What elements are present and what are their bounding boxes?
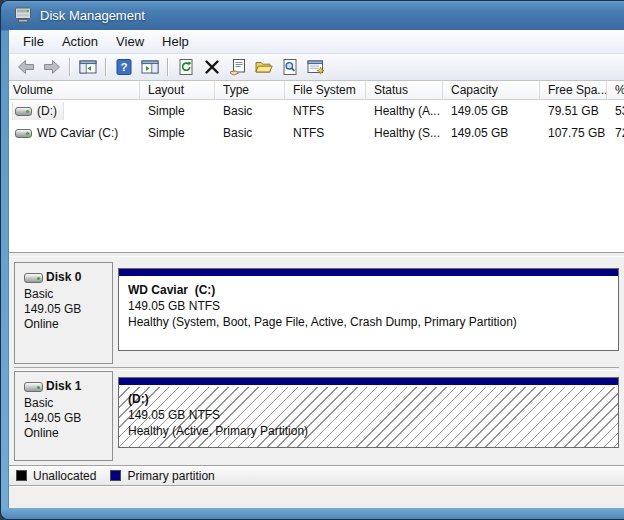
primary-partition-swatch (110, 470, 121, 481)
forward-icon[interactable] (39, 56, 64, 79)
app-icon (13, 7, 33, 24)
disk-0-graph: WD Caviar (C:) 149.05 GB NTFS Healthy (S… (118, 262, 619, 364)
toolbar: ? (9, 54, 624, 81)
pct-free-cell: 72 % (607, 126, 624, 140)
column-header-type[interactable]: Type (215, 81, 285, 100)
free-space-cell: 107.75 GB (540, 126, 607, 140)
toolbar-separator (105, 58, 106, 76)
column-header-free-space[interactable]: Free Spa... (540, 81, 607, 100)
graphical-view: Disk 0 Basic 149.05 GB Online WD Caviar … (9, 257, 624, 465)
column-header-capacity[interactable]: Capacity (443, 81, 540, 100)
status-cell: Healthy (S... (366, 126, 443, 140)
delete-icon[interactable] (199, 56, 224, 79)
legend-item-primary-partition: Primary partition (110, 469, 214, 483)
menu-action[interactable]: Action (53, 31, 107, 52)
file-system-cell: NTFS (285, 126, 366, 140)
volume-cell: (D:) (13, 102, 63, 120)
column-header-pct-free[interactable]: % Free (607, 81, 624, 100)
table-row[interactable]: WD Caviar (C:) Simple Basic NTFS Healthy… (9, 122, 624, 144)
disk-row-divider (14, 364, 619, 371)
disk-name: Disk 0 (46, 270, 81, 285)
volume-list-header: Volume Layout Type File System Status Ca… (9, 81, 624, 100)
volume-name: (D:) (37, 104, 57, 118)
show-console-tree-icon[interactable] (75, 56, 100, 79)
partition-block-c[interactable]: WD Caviar (C:) 149.05 GB NTFS Healthy (S… (118, 268, 619, 351)
help-icon[interactable]: ? (111, 56, 136, 79)
volume-list: Volume Layout Type File System Status Ca… (9, 81, 624, 252)
toolbar-separator (69, 58, 70, 76)
open-folder-icon[interactable] (251, 56, 276, 79)
type-cell: Basic (215, 104, 285, 118)
show-action-pane-icon[interactable] (137, 56, 162, 79)
svg-text:?: ? (120, 61, 127, 73)
menu-view[interactable]: View (107, 31, 153, 52)
title-bar[interactable]: Disk Management (0, 0, 624, 30)
disk-0-label-panel[interactable]: Disk 0 Basic 149.05 GB Online (14, 262, 113, 364)
refresh-icon[interactable] (173, 56, 198, 79)
menu-bar: File Action View Help (9, 30, 624, 54)
disk-icon (24, 382, 43, 392)
column-header-volume[interactable]: Volume (9, 81, 140, 100)
disk-1-row: Disk 1 Basic 149.05 GB Online (D:) 149.0… (14, 371, 619, 461)
volume-icon (15, 129, 32, 138)
volume-name: WD Caviar (C:) (37, 126, 118, 140)
console-options-icon[interactable] (303, 56, 328, 79)
column-header-layout[interactable]: Layout (140, 81, 215, 100)
disk-name: Disk 1 (46, 379, 81, 394)
disk-size: 149.05 GB (24, 411, 108, 426)
disk-status: Online (24, 426, 108, 441)
partition-health: Healthy (Active, Primary Partition) (128, 423, 618, 439)
partition-label: WD Caviar (C:) (128, 282, 618, 298)
column-header-status[interactable]: Status (366, 81, 443, 100)
free-space-cell: 79.51 GB (540, 104, 607, 118)
legend-label: Unallocated (33, 469, 96, 483)
legend-item-unallocated: Unallocated (16, 469, 96, 483)
type-cell: Basic (215, 126, 285, 140)
window-title: Disk Management (40, 8, 145, 23)
disk-0-row: Disk 0 Basic 149.05 GB Online WD Caviar … (14, 262, 619, 364)
legend-bar: Unallocated Primary partition (9, 465, 624, 485)
menu-file[interactable]: File (14, 31, 53, 52)
status-bar (9, 485, 624, 508)
disk-size: 149.05 GB (24, 302, 108, 317)
partition-health: Healthy (System, Boot, Page File, Active… (128, 314, 618, 330)
partition-label: (D:) (128, 391, 618, 407)
volume-icon (15, 107, 32, 116)
partition-size: 149.05 GB NTFS (128, 407, 618, 423)
find-icon[interactable] (277, 56, 302, 79)
layout-cell: Simple (140, 126, 215, 140)
back-icon[interactable] (13, 56, 38, 79)
legend-label: Primary partition (127, 469, 214, 483)
capacity-cell: 149.05 GB (443, 126, 540, 140)
disk-type: Basic (24, 287, 108, 302)
disk-1-label-panel[interactable]: Disk 1 Basic 149.05 GB Online (14, 371, 113, 461)
disk-type: Basic (24, 396, 108, 411)
partition-size: 149.05 GB NTFS (128, 298, 618, 314)
layout-cell: Simple (140, 104, 215, 118)
unallocated-swatch (16, 470, 27, 481)
toolbar-separator (167, 58, 168, 76)
partition-block-d-selected[interactable]: (D:) 149.05 GB NTFS Healthy (Active, Pri… (118, 377, 619, 448)
capacity-cell: 149.05 GB (443, 104, 540, 118)
column-header-file-system[interactable]: File System (285, 81, 366, 100)
pct-free-cell: 53 % (607, 104, 624, 118)
partition-color-band (119, 378, 618, 386)
disk-management-window: Disk Management File Action View Help (0, 0, 624, 520)
disk-status: Online (24, 317, 108, 332)
disk-1-graph: (D:) 149.05 GB NTFS Healthy (Active, Pri… (118, 371, 619, 461)
partition-color-band (119, 269, 618, 277)
status-cell: Healthy (A... (366, 104, 443, 118)
window-content: File Action View Help (8, 30, 624, 508)
file-system-cell: NTFS (285, 104, 366, 118)
table-row[interactable]: (D:) Simple Basic NTFS Healthy (A... 149… (9, 100, 624, 122)
volume-cell: WD Caviar (C:) (13, 124, 124, 142)
properties-icon[interactable] (225, 56, 250, 79)
menu-help[interactable]: Help (153, 31, 198, 52)
disk-icon (24, 273, 43, 283)
